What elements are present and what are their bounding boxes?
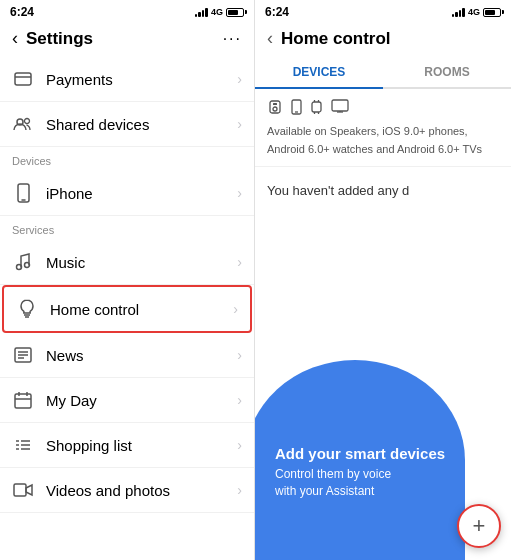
svg-point-7 — [25, 263, 30, 268]
svg-rect-35 — [332, 100, 348, 111]
add-device-button[interactable]: + — [457, 504, 501, 548]
device-icons-row — [267, 99, 499, 115]
signal-type-right: 4G — [468, 7, 480, 17]
bar4r — [462, 8, 465, 17]
status-icons-right: 4G — [452, 7, 501, 17]
news-label: News — [46, 347, 237, 364]
payments-label: Payments — [46, 71, 237, 88]
signal-type-left: 4G — [211, 7, 223, 17]
lightbulb-icon — [16, 298, 38, 320]
home-control-label: Home control — [50, 301, 233, 318]
svg-point-6 — [17, 265, 22, 270]
right-panel: 6:24 4G ‹ Home control DEVICES ROOMS — [255, 0, 511, 560]
svg-rect-24 — [14, 484, 26, 496]
battery-fill-left — [228, 10, 238, 15]
music-chevron: › — [237, 254, 242, 270]
home-control-chevron: › — [233, 301, 238, 317]
services-section-label: Services — [0, 216, 254, 240]
devices-section-label: Devices — [0, 147, 254, 171]
bar1 — [195, 14, 198, 17]
calendar-icon — [12, 389, 34, 411]
right-nav: ‹ Home control — [255, 22, 511, 57]
main-content: You haven't added any d Add your smart d… — [255, 167, 511, 560]
bar2 — [198, 12, 201, 17]
tab-rooms[interactable]: ROOMS — [383, 57, 511, 87]
news-chevron: › — [237, 347, 242, 363]
bar1r — [452, 14, 455, 17]
my-day-chevron: › — [237, 392, 242, 408]
news-icon — [12, 344, 34, 366]
menu-item-videos-photos[interactable]: Videos and photos › — [0, 468, 254, 513]
svg-rect-27 — [273, 103, 277, 105]
time-left: 6:24 — [10, 5, 34, 19]
videos-photos-chevron: › — [237, 482, 242, 498]
svg-point-26 — [273, 107, 277, 111]
shared-devices-chevron: › — [237, 116, 242, 132]
battery-left — [226, 8, 244, 17]
tabs-bar: DEVICES ROOMS — [255, 57, 511, 89]
menu-item-shared-devices[interactable]: Shared devices › — [0, 102, 254, 147]
menu-item-payments[interactable]: Payments › — [0, 57, 254, 102]
cta-area: Add your smart devices Control them by v… — [275, 445, 445, 500]
menu-item-home-control[interactable]: Home control › — [2, 285, 252, 333]
devices-info: Available on Speakers, iOS 9.0+ phones, … — [255, 89, 511, 167]
settings-title: Settings — [26, 29, 223, 49]
tab-devices[interactable]: DEVICES — [255, 57, 383, 87]
bar3r — [459, 10, 462, 17]
signal-bars-left — [195, 7, 208, 17]
menu-item-iphone[interactable]: iPhone › — [0, 171, 254, 216]
svg-rect-30 — [312, 102, 321, 112]
iphone-label: iPhone — [46, 185, 237, 202]
svg-rect-0 — [15, 73, 31, 85]
bar2r — [455, 12, 458, 17]
phone-icon — [12, 182, 34, 204]
music-icon — [12, 251, 34, 273]
list-icon — [12, 434, 34, 456]
status-bar-right: 6:24 4G — [255, 0, 511, 22]
card-icon — [12, 68, 34, 90]
status-bar-left: 6:24 4G — [0, 0, 254, 22]
time-right: 6:24 — [265, 5, 289, 19]
menu-item-my-day[interactable]: My Day › — [0, 378, 254, 423]
shared-devices-label: Shared devices — [46, 116, 237, 133]
empty-state-text: You haven't added any d — [255, 167, 511, 198]
left-panel: 6:24 4G ‹ Settings ··· Payments — [0, 0, 255, 560]
back-button-left[interactable]: ‹ — [12, 28, 18, 49]
my-day-label: My Day — [46, 392, 237, 409]
devices-description: Available on Speakers, iOS 9.0+ phones, … — [267, 125, 482, 155]
status-icons-left: 4G — [195, 7, 244, 17]
video-icon — [12, 479, 34, 501]
iphone-chevron: › — [237, 185, 242, 201]
watch-icon — [310, 99, 323, 115]
menu-item-music[interactable]: Music › — [0, 240, 254, 285]
people-icon — [12, 113, 34, 135]
settings-header: ‹ Settings ··· — [0, 22, 254, 57]
shopping-list-label: Shopping list — [46, 437, 237, 454]
svg-point-3 — [25, 119, 30, 124]
menu-item-news[interactable]: News › — [0, 333, 254, 378]
svg-rect-14 — [15, 394, 31, 408]
mobile-icon — [291, 99, 302, 115]
menu-item-shopping-list[interactable]: Shopping list › — [0, 423, 254, 468]
bar4 — [205, 8, 208, 17]
battery-fill-right — [485, 10, 495, 15]
more-button[interactable]: ··· — [223, 30, 242, 48]
back-button-right[interactable]: ‹ — [267, 28, 273, 49]
music-label: Music — [46, 254, 237, 271]
signal-bars-right — [452, 7, 465, 17]
tv-icon — [331, 99, 349, 113]
payments-chevron: › — [237, 71, 242, 87]
cta-subtitle: Control them by voicewith your Assistant — [275, 466, 445, 500]
shopping-list-chevron: › — [237, 437, 242, 453]
cta-title: Add your smart devices — [275, 445, 445, 462]
videos-photos-label: Videos and photos — [46, 482, 237, 499]
bar3 — [202, 10, 205, 17]
home-control-title: Home control — [281, 29, 391, 49]
fab-plus-icon: + — [473, 513, 486, 539]
battery-right — [483, 8, 501, 17]
speaker-icon — [267, 99, 283, 115]
